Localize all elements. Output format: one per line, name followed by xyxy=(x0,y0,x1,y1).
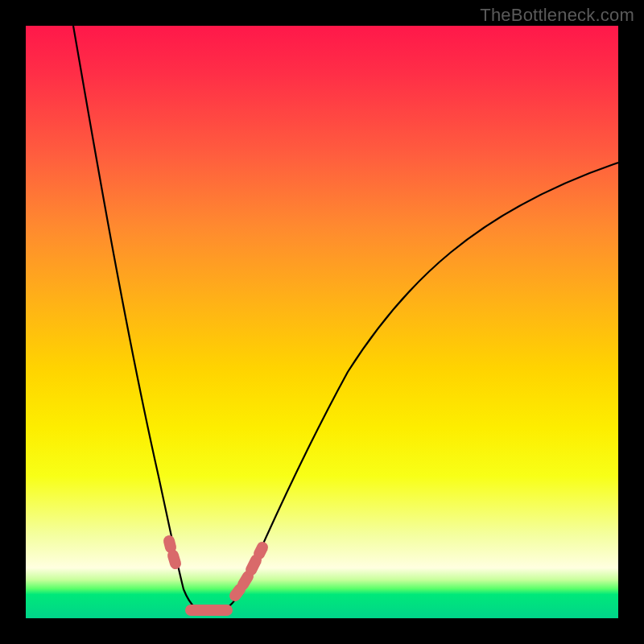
watermark-text: TheBottleneck.com xyxy=(480,5,634,26)
highlight-dots-left xyxy=(169,541,175,564)
bottleneck-curve xyxy=(73,26,618,613)
chart-frame: TheBottleneck.com xyxy=(0,0,644,644)
highlight-dots-right xyxy=(235,547,262,596)
curve-layer xyxy=(26,26,618,618)
plot-area xyxy=(26,26,618,618)
